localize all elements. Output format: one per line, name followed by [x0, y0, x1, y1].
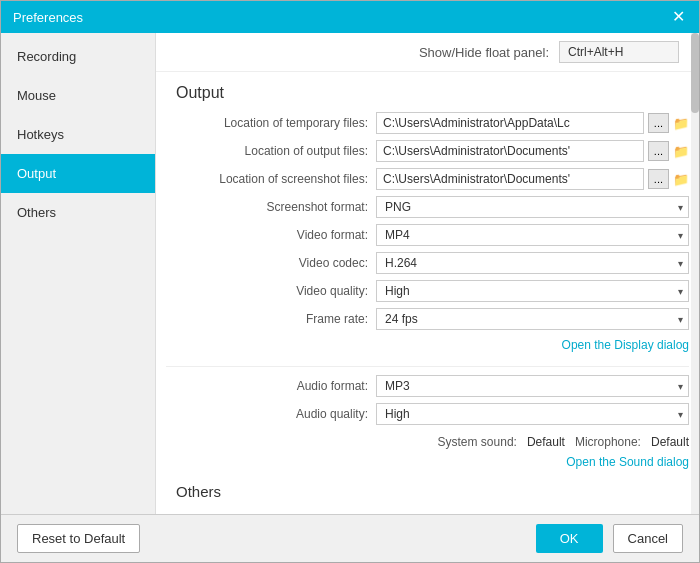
video-quality-label: Video quality: — [166, 284, 376, 298]
sidebar-item-others[interactable]: Others — [1, 193, 155, 232]
audio-quality-label: Audio quality: — [166, 407, 376, 421]
divider-1 — [166, 366, 689, 367]
frame-rate-dropdown-wrapper: 24 fps ▾ — [376, 308, 689, 330]
show-hide-label: Show/Hide float panel: — [419, 45, 549, 60]
folder-icon-3 — [673, 171, 689, 187]
dialog-buttons: OK Cancel — [536, 524, 683, 553]
temp-files-dots-button[interactable]: ... — [648, 113, 669, 133]
audio-format-label: Audio format: — [166, 379, 376, 393]
sidebar: Recording Mouse Hotkeys Output Others — [1, 33, 156, 514]
frame-rate-dropdown[interactable]: 24 fps — [376, 308, 689, 330]
video-format-dropdown-wrapper: MP4 ▾ — [376, 224, 689, 246]
screenshot-files-controls: C:\Users\Administrator\Documents' ... — [376, 168, 689, 190]
audio-format-dropdown-wrapper: MP3 ▾ — [376, 375, 689, 397]
others-section-title: Others — [176, 483, 699, 500]
cancel-button[interactable]: Cancel — [613, 524, 683, 553]
audio-quality-row: Audio quality: High ▾ — [156, 403, 699, 425]
microphone-value: Default — [651, 435, 689, 449]
screenshot-files-folder-button[interactable] — [673, 171, 689, 187]
screenshot-files-row: Location of screenshot files: C:\Users\A… — [156, 168, 699, 190]
open-sound-dialog-link[interactable]: Open the Sound dialog — [566, 455, 689, 469]
screenshot-format-label: Screenshot format: — [166, 200, 376, 214]
video-codec-dropdown-wrapper: H.264 ▾ — [376, 252, 689, 274]
screenshot-files-label: Location of screenshot files: — [166, 172, 376, 186]
video-quality-row: Video quality: High ▾ — [156, 280, 699, 302]
sound-dialog-link-row: Open the Sound dialog — [156, 453, 699, 475]
scrollbar-thumb[interactable] — [691, 33, 699, 113]
video-format-row: Video format: MP4 ▾ — [156, 224, 699, 246]
window-title: Preferences — [13, 10, 83, 25]
output-section-title: Output — [176, 84, 699, 102]
preferences-window: Preferences ✕ Recording Mouse Hotkeys Ou… — [0, 0, 700, 563]
video-quality-dropdown-wrapper: High ▾ — [376, 280, 689, 302]
folder-icon — [673, 115, 689, 131]
content-area: Recording Mouse Hotkeys Output Others Sh… — [1, 33, 699, 514]
output-files-controls: C:\Users\Administrator\Documents' ... — [376, 140, 689, 162]
show-hide-value: Ctrl+Alt+H — [559, 41, 679, 63]
audio-quality-dropdown-wrapper: High ▾ — [376, 403, 689, 425]
video-format-dropdown[interactable]: MP4 — [376, 224, 689, 246]
reset-to-default-button[interactable]: Reset to Default — [17, 524, 140, 553]
output-files-input[interactable]: C:\Users\Administrator\Documents' — [376, 140, 644, 162]
audio-format-dropdown[interactable]: MP3 — [376, 375, 689, 397]
temp-files-label: Location of temporary files: — [166, 116, 376, 130]
sidebar-item-output[interactable]: Output — [1, 154, 155, 193]
system-sound-value: Default — [527, 435, 565, 449]
screenshot-format-dropdown[interactable]: PNG — [376, 196, 689, 218]
audio-format-row: Audio format: MP3 ▾ — [156, 375, 699, 397]
temp-files-controls: C:\Users\Administrator\AppData\Lc ... — [376, 112, 689, 134]
bottom-bar: Reset to Default OK Cancel — [1, 514, 699, 562]
temp-files-row: Location of temporary files: C:\Users\Ad… — [156, 112, 699, 134]
frame-rate-row: Frame rate: 24 fps ▾ — [156, 308, 699, 330]
sidebar-item-recording[interactable]: Recording — [1, 37, 155, 76]
video-codec-label: Video codec: — [166, 256, 376, 270]
screenshot-files-dots-button[interactable]: ... — [648, 169, 669, 189]
display-dialog-link-row: Open the Display dialog — [156, 336, 699, 358]
audio-quality-dropdown[interactable]: High — [376, 403, 689, 425]
system-sound-label: System sound: — [438, 435, 517, 449]
output-files-dots-button[interactable]: ... — [648, 141, 669, 161]
scrollbar-track[interactable] — [691, 33, 699, 514]
screenshot-format-dropdown-wrapper: PNG ▾ — [376, 196, 689, 218]
ok-button[interactable]: OK — [536, 524, 603, 553]
microphone-label: Microphone: — [575, 435, 641, 449]
output-files-row: Location of output files: C:\Users\Admin… — [156, 140, 699, 162]
sidebar-item-mouse[interactable]: Mouse — [1, 76, 155, 115]
temp-files-input[interactable]: C:\Users\Administrator\AppData\Lc — [376, 112, 644, 134]
main-panel: Show/Hide float panel: Ctrl+Alt+H Output… — [156, 33, 699, 514]
temp-files-folder-button[interactable] — [673, 115, 689, 131]
sidebar-item-hotkeys[interactable]: Hotkeys — [1, 115, 155, 154]
video-codec-row: Video codec: H.264 ▾ — [156, 252, 699, 274]
output-files-folder-button[interactable] — [673, 143, 689, 159]
screenshot-format-row: Screenshot format: PNG ▾ — [156, 196, 699, 218]
video-format-label: Video format: — [166, 228, 376, 242]
show-hide-row: Show/Hide float panel: Ctrl+Alt+H — [156, 33, 699, 72]
folder-icon-2 — [673, 143, 689, 159]
title-bar: Preferences ✕ — [1, 1, 699, 33]
video-codec-dropdown[interactable]: H.264 — [376, 252, 689, 274]
screenshot-files-input[interactable]: C:\Users\Administrator\Documents' — [376, 168, 644, 190]
open-display-dialog-link[interactable]: Open the Display dialog — [562, 338, 689, 352]
frame-rate-label: Frame rate: — [166, 312, 376, 326]
video-quality-dropdown[interactable]: High — [376, 280, 689, 302]
system-sound-row: System sound: Default Microphone: Defaul… — [156, 431, 699, 453]
close-button[interactable]: ✕ — [669, 8, 687, 26]
output-files-label: Location of output files: — [166, 144, 376, 158]
